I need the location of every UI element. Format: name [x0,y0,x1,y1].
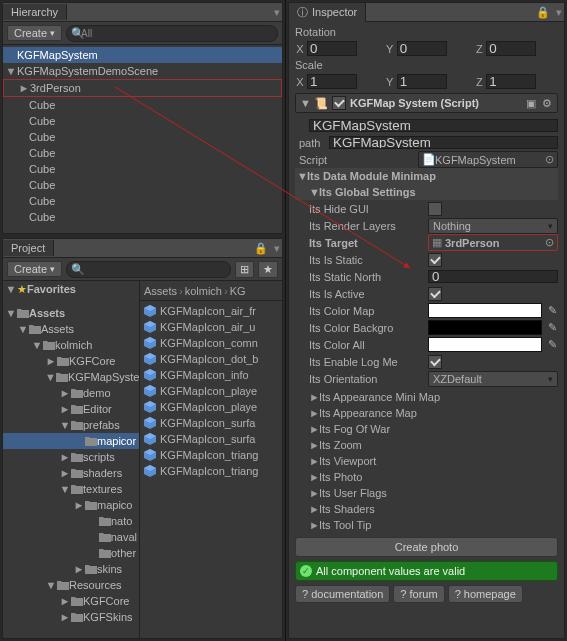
project-folder[interactable]: ▼KGFMapSyste [3,369,139,385]
section-foldout[interactable]: ►Its Appearance Map [305,405,558,421]
component-header[interactable]: ▼ 📜 KGFMap System (Script) ▣ ⚙ [295,93,558,113]
project-folder[interactable]: ▼textures [3,481,139,497]
project-folder[interactable]: ►shaders [3,465,139,481]
asset-item[interactable]: KGFMapIcon_comn [140,335,282,351]
project-folder[interactable]: ►scripts [3,449,139,465]
gear-icon[interactable]: ⚙ [541,97,553,110]
hierarchy-item[interactable]: Cube [3,113,282,129]
project-search-input[interactable]: 🔍 [66,261,231,278]
breadcrumb-item[interactable]: KG [230,285,246,297]
color-all-swatch[interactable] [428,337,542,352]
inspector-tab[interactable]: ⓘ Inspector [289,3,366,22]
panel-menu-icon[interactable]: ▾ [272,6,282,19]
scale-y[interactable] [397,74,447,89]
section-foldout[interactable]: ►Its Photo [305,469,558,485]
asset-item[interactable]: KGFMapIcon_dot_b [140,351,282,367]
project-folder[interactable]: ►KGFCore [3,593,139,609]
project-tab[interactable]: Project [3,240,54,256]
section-foldout[interactable]: ►Its Fog Of War [305,421,558,437]
section-foldout[interactable]: ►Its Appearance Mini Map [305,389,558,405]
project-folder[interactable]: other [3,545,139,561]
hierarchy-item[interactable]: Cube [3,97,282,113]
rotation-z[interactable] [486,41,536,56]
lock-icon[interactable]: 🔒 [532,6,554,19]
project-folder[interactable]: ►KGFCore [3,353,139,369]
homepage-button[interactable]: ? homepage [448,585,523,603]
star-icon[interactable]: ★ [258,261,278,278]
is-static-checkbox[interactable] [428,253,442,267]
favorites-header[interactable]: ▼ ★ Favorites [3,281,139,297]
section-data-module[interactable]: ▼ Its Data Module Minimap [295,168,558,184]
assets-root[interactable]: ▼ Assets [3,305,139,321]
project-folder[interactable]: ▼Assets [3,321,139,337]
hierarchy-item[interactable]: Cube [3,193,282,209]
component-name-field[interactable] [309,119,558,132]
breadcrumb[interactable]: Assets›kolmich›KG [140,281,282,301]
project-folder[interactable]: nato [3,513,139,529]
is-active-checkbox[interactable] [428,287,442,301]
breadcrumb-item[interactable]: kolmich [185,285,222,297]
project-folder[interactable]: ▼prefabs [3,417,139,433]
asset-item[interactable]: KGFMapIcon_playe [140,383,282,399]
lock-icon[interactable]: 🔒 [250,242,272,255]
section-foldout[interactable]: ►Its Viewport [305,453,558,469]
hierarchy-item[interactable]: Cube [3,209,282,225]
hide-gui-checkbox[interactable] [428,202,442,216]
hierarchy-tree[interactable]: KGFMapSystem▼KGFMapSystemDemoScene►3rdPe… [3,45,282,233]
project-folder[interactable]: ▼kolmich [3,337,139,353]
static-north-field[interactable] [428,270,558,283]
rotation-y[interactable] [397,41,447,56]
asset-item[interactable]: KGFMapIcon_surfa [140,415,282,431]
rotation-x[interactable] [307,41,357,56]
project-folder[interactable]: ►Editor [3,401,139,417]
scale-x[interactable] [307,74,357,89]
filter-icon[interactable]: ⊞ [235,261,254,278]
enable-log-checkbox[interactable] [428,355,442,369]
hierarchy-search-input[interactable]: 🔍 All [66,25,278,42]
script-object-field[interactable]: 📄 KGFMapSystem ⊙ [418,151,558,168]
project-folder-tree[interactable]: ▼ ★ Favorites ▼ Assets ▼Assets▼kolmich►K… [3,281,140,638]
panel-menu-icon[interactable]: ▾ [554,6,564,19]
asset-item[interactable]: KGFMapIcon_info [140,367,282,383]
project-folder[interactable]: ▼Resources [3,577,139,593]
hierarchy-item[interactable]: ▼KGFMapSystemDemoScene [3,63,282,79]
hierarchy-item[interactable]: Cube [3,161,282,177]
hierarchy-item[interactable]: Cube [3,129,282,145]
asset-item[interactable]: KGFMapIcon_playe [140,399,282,415]
color-bg-swatch[interactable] [428,320,542,335]
target-object-field[interactable]: ▦ 3rdPerson ⊙ [428,234,558,251]
eyedropper-icon[interactable]: ✎ [546,304,558,317]
asset-item[interactable]: KGFMapIcon_air_u [140,319,282,335]
hierarchy-tab[interactable]: Hierarchy [3,4,67,20]
asset-list[interactable]: KGFMapIcon_air_frKGFMapIcon_air_uKGFMapI… [140,301,282,638]
hierarchy-item[interactable]: Cube [3,145,282,161]
hierarchy-item[interactable]: ►3rdPerson [3,79,282,97]
section-global-settings[interactable]: ▼ Its Global Settings [295,184,558,200]
color-map-swatch[interactable] [428,303,542,318]
help-icon[interactable]: ▣ [525,97,537,110]
eyedropper-icon[interactable]: ✎ [546,321,558,334]
object-picker-icon[interactable]: ⊙ [544,153,554,166]
forum-button[interactable]: ? forum [393,585,444,603]
hierarchy-item[interactable]: KGFMapSystem [3,47,282,63]
project-folder[interactable]: ►KGFSkins [3,609,139,625]
section-foldout[interactable]: ►Its User Flags [305,485,558,501]
panel-menu-icon[interactable]: ▾ [272,242,282,255]
eyedropper-icon[interactable]: ✎ [546,338,558,351]
asset-item[interactable]: KGFMapIcon_surfa [140,431,282,447]
orientation-dropdown[interactable]: XZDefault▾ [428,371,558,387]
project-create-button[interactable]: Create▾ [7,261,62,277]
project-folder[interactable]: naval [3,529,139,545]
section-foldout[interactable]: ►Its Shaders [305,501,558,517]
render-layers-dropdown[interactable]: Nothing▾ [428,218,558,234]
project-folder[interactable]: ►mapico [3,497,139,513]
project-folder[interactable]: ►demo [3,385,139,401]
create-button[interactable]: Create▾ [7,25,62,41]
component-enabled-checkbox[interactable] [332,96,346,110]
path-field[interactable] [329,136,558,149]
documentation-button[interactable]: ? documentation [295,585,390,603]
hierarchy-item[interactable]: Cube [3,177,282,193]
object-picker-icon[interactable]: ⊙ [544,236,554,249]
breadcrumb-item[interactable]: Assets [144,285,177,297]
asset-item[interactable]: KGFMapIcon_triang [140,447,282,463]
